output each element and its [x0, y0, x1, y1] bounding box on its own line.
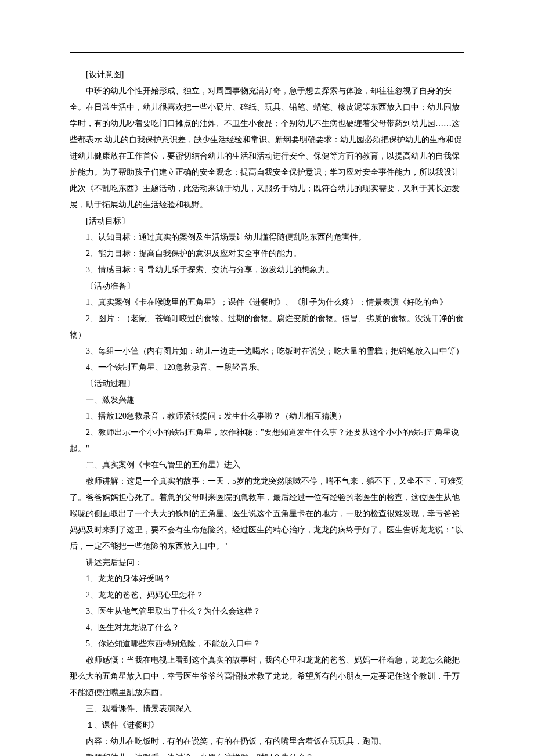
paragraph: 讲述完后提问： — [70, 555, 464, 571]
paragraph: 内容：幼儿在吃饭时，有的在说笑，有的在扔饭，有的嘴里含着饭在玩玩具，跑闹。 — [70, 733, 464, 750]
paragraph: [活动目标〕 — [70, 213, 464, 229]
paragraph: 中班的幼儿个性开始形成、独立，对周围事物充满好奇，急于想去探索与体验，却往往忽视… — [70, 83, 464, 213]
paragraph: 4、医生对龙龙说了什么？ — [70, 620, 464, 636]
paragraph: １、课件《进餐时》 — [70, 717, 464, 733]
paragraph: 3、每组一小筐（内有图片如：幼儿一边走一边喝水；吃饭时在说笑；吃大量的雪糕；把铅… — [70, 343, 464, 359]
paragraph: 〔活动过程〕 — [70, 376, 464, 392]
paragraph: [设计意图] — [70, 67, 464, 83]
paragraph: 2、能力目标：提高自我保护的意识及应对安全事件的能力。 — [70, 246, 464, 262]
paragraph: 3、医生从他气管里取出了什么？为什么会这样？ — [70, 603, 464, 620]
paragraph: 1、真实案例《卡在喉咙里的五角星》；课件《进餐时》、《肚子为什么疼》；情景表演《… — [70, 294, 464, 311]
paragraph: 5、你还知道哪些东西特别危险，不能放入口中？ — [70, 636, 464, 652]
paragraph: 4、一个铁制五角星、120急救录音、一段轻音乐。 — [70, 359, 464, 376]
document-page: [设计意图] 中班的幼儿个性开始形成、独立，对周围事物充满好奇，急于想去探索与体… — [0, 0, 534, 756]
paragraph: 1、认知目标：通过真实的案例及生活场景让幼儿懂得随便乱吃东西的危害性。 — [70, 229, 464, 246]
paragraph: 2、图片：（老鼠、苍蝇叮咬过的食物。过期的食物。腐烂变质的食物。假冒、劣质的食物… — [70, 311, 464, 343]
paragraph: 教师和幼儿一边观看一边讨论：小朋友这样做，对吗？为什么？ — [70, 750, 464, 756]
paragraph: 二、真实案例《卡在气管里的五角星》进入 — [70, 457, 464, 473]
top-rule — [70, 52, 464, 53]
paragraph: 教师讲解：这是一个真实的故事：一天，5岁的龙龙突然咳嗽不停，喘不气来，躺不下，又… — [70, 473, 464, 555]
paragraph: 教师感慨：当我在电视上看到这个真实的故事时，我的心里和龙龙的爸爸、妈妈一样着急，… — [70, 652, 464, 701]
paragraph: 2、教师出示一个小小的铁制五角星，故作神秘："要想知道发生什么事？还要从这个小小… — [70, 424, 464, 457]
paragraph: 1、播放120急救录音，教师紧张提问：发生什么事啦？（幼儿相互猜测） — [70, 408, 464, 424]
paragraph: 三、观看课件、情景表演深入 — [70, 701, 464, 717]
paragraph: 2、龙龙的爸爸、妈妈心里怎样？ — [70, 587, 464, 603]
paragraph: 3、情感目标：引导幼儿乐于探索、交流与分享，激发幼儿的想象力。 — [70, 262, 464, 278]
paragraph: 〔活动准备〕 — [70, 278, 464, 294]
paragraph: 1、龙龙的身体好受吗？ — [70, 571, 464, 587]
paragraph: 一、激发兴趣 — [70, 392, 464, 408]
